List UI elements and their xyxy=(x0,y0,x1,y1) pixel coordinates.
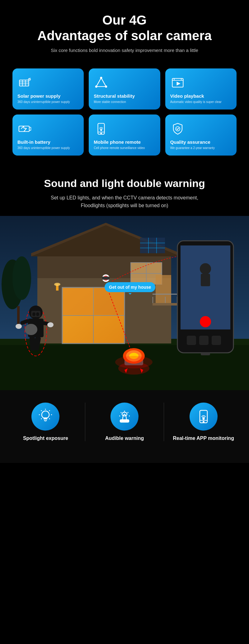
svg-rect-115 xyxy=(120,420,129,422)
svg-point-97 xyxy=(200,263,211,274)
feature-desc-video: Automatic video quality is super clear xyxy=(170,100,222,104)
svg-point-34 xyxy=(12,256,31,300)
svg-point-74 xyxy=(32,312,35,316)
svg-line-14 xyxy=(101,78,106,86)
feature-desc-battery: 360 days uninterruptible power supply xyxy=(17,146,70,150)
house-image-section: Get out of my house xyxy=(0,216,249,390)
feature-title-quality: Quality assurance xyxy=(170,139,210,145)
feature-card-battery: Built-in battery 360 days uninterruptibl… xyxy=(12,114,84,156)
svg-rect-59 xyxy=(140,238,165,253)
speech-bubble: Get out of my house xyxy=(105,282,155,292)
svg-rect-0 xyxy=(20,80,29,86)
svg-line-13 xyxy=(96,78,101,86)
phone-icon xyxy=(94,121,109,136)
svg-line-111 xyxy=(49,418,50,419)
svg-rect-102 xyxy=(212,336,221,345)
svg-point-30 xyxy=(101,129,102,131)
feature-card-mobile: Mobile phone remote Cell phone remote su… xyxy=(89,114,160,156)
svg-point-103 xyxy=(200,316,211,327)
feature-desc-quality: We guarantee a 2-year warranty xyxy=(170,146,215,150)
battery-icon xyxy=(17,121,32,136)
svg-point-68 xyxy=(54,283,60,286)
triangle-icon xyxy=(94,75,109,90)
solar-panel-icon xyxy=(17,75,32,90)
features-grid: Solar power supply 360 days uninterrupti… xyxy=(0,62,249,165)
svg-rect-66 xyxy=(102,277,110,280)
feature-card-structural: Structural stability More stable connect… xyxy=(89,68,160,110)
svg-rect-35 xyxy=(17,306,20,325)
app-label: Real-time APP monitoring xyxy=(173,436,234,441)
sound-desc-line2: Floodlights (spotlights will be turned o… xyxy=(81,203,168,208)
svg-point-125 xyxy=(203,418,204,419)
svg-line-119 xyxy=(121,412,121,413)
svg-rect-22 xyxy=(29,127,31,131)
svg-marker-9 xyxy=(96,78,106,86)
sound-desc: Set up LED lights, and when the CCTV cam… xyxy=(19,194,230,210)
svg-rect-100 xyxy=(187,336,196,345)
svg-line-114 xyxy=(41,418,42,419)
audible-label: Audible warning xyxy=(105,436,144,441)
svg-rect-104 xyxy=(201,353,210,355)
feature-card-quality: Quality assurance We guarantee a 2-year … xyxy=(165,114,237,156)
title-line1: Our 4G xyxy=(102,13,147,27)
feature-title-mobile: Mobile phone remote xyxy=(94,139,141,145)
svg-rect-48 xyxy=(94,288,124,315)
svg-line-109 xyxy=(49,410,50,411)
svg-rect-54 xyxy=(153,303,177,306)
house-illustration-svg xyxy=(0,216,249,390)
video-icon xyxy=(170,75,185,90)
app-icon xyxy=(190,403,218,431)
alarm-icon xyxy=(110,403,139,431)
feature-desc-structural: More stable connection xyxy=(94,100,126,104)
svg-point-75 xyxy=(36,312,39,316)
svg-rect-55 xyxy=(153,294,177,295)
feature-desc-mobile: Cell phone remote surveillance video xyxy=(94,146,145,150)
sound-section: Sound and light double warning Set up LE… xyxy=(0,165,249,216)
svg-point-8 xyxy=(28,78,30,80)
svg-rect-98 xyxy=(201,274,210,286)
feature-title-battery: Built-in battery xyxy=(17,139,50,145)
bottom-item-app: Real-time APP monitoring xyxy=(164,403,243,441)
svg-point-82 xyxy=(47,322,54,327)
shield-icon xyxy=(170,121,185,136)
svg-line-118 xyxy=(128,412,128,413)
svg-rect-53 xyxy=(156,275,171,303)
sound-title: Sound and light double warning xyxy=(19,177,230,189)
bottom-section: Spotlight exposure Audible warning xyxy=(0,390,249,463)
svg-point-91 xyxy=(115,356,153,368)
svg-point-81 xyxy=(16,324,22,329)
svg-line-112 xyxy=(41,410,42,411)
svg-rect-101 xyxy=(199,336,209,345)
svg-line-23 xyxy=(21,126,24,129)
svg-rect-57 xyxy=(165,297,166,303)
title-line2: Advantages of solar camera xyxy=(37,28,212,43)
feature-title-solar: Solar power supply xyxy=(17,93,60,99)
svg-line-26 xyxy=(24,128,27,132)
svg-rect-47 xyxy=(63,288,93,315)
feature-card-solar: Solar power supply 360 days uninterrupti… xyxy=(12,68,84,110)
svg-point-105 xyxy=(42,411,49,418)
spotlight-label: Spotlight exposure xyxy=(23,436,68,441)
feature-title-structural: Structural stability xyxy=(94,93,135,99)
header-subtitle: Six core functions bold innovation safet… xyxy=(19,48,230,53)
svg-point-29 xyxy=(101,133,102,134)
bottom-icons-row: Spotlight exposure Audible warning xyxy=(6,403,243,441)
svg-line-7 xyxy=(30,80,31,81)
sound-desc-line1: Set up LED lights, and when the CCTV cam… xyxy=(51,195,198,200)
svg-point-83 xyxy=(25,324,37,335)
feature-title-video: Video playback xyxy=(170,93,204,99)
feature-card-video: Video playback Automatic video quality i… xyxy=(165,68,237,110)
header-section: Our 4G Advantages of solar camera Six co… xyxy=(0,0,249,62)
bulb-icon xyxy=(31,403,59,431)
bottom-item-audible: Audible warning xyxy=(85,403,164,441)
svg-rect-56 xyxy=(153,297,153,303)
bottom-item-spotlight: Spotlight exposure xyxy=(6,403,85,441)
page-title: Our 4G Advantages of solar camera xyxy=(19,12,230,44)
svg-point-124 xyxy=(203,421,204,422)
feature-desc-solar: 360 days uninterruptible power supply xyxy=(17,100,70,104)
svg-marker-20 xyxy=(176,82,180,85)
svg-line-5 xyxy=(30,78,31,78)
